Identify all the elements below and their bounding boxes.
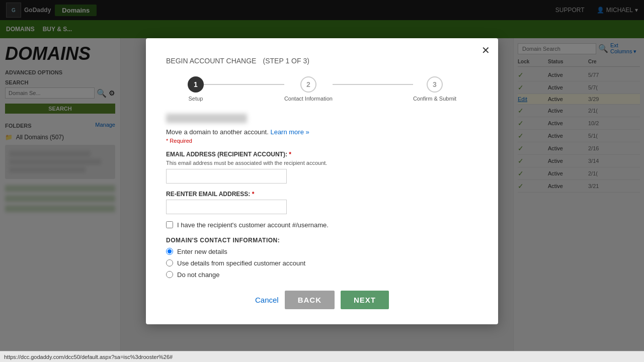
steps-row: 1 Setup 2 Contact Information 3 Confirm … (166, 76, 478, 102)
learn-more-link[interactable]: Learn more » (270, 128, 309, 136)
close-button[interactable]: ✕ (481, 45, 490, 55)
reemail-label-text: RE-ENTER EMAIL ADDRESS: (166, 191, 250, 198)
radio-enter-new-input[interactable] (166, 248, 173, 255)
step-2-circle: 2 (300, 76, 316, 93)
step-line-1 (204, 84, 284, 85)
radio-enter-new-label[interactable]: Enter new details (177, 248, 227, 255)
domain-blurred: xxxxxxxxxxxxxxxxxx.com (166, 114, 247, 123)
step-1: 1 Setup (188, 76, 204, 102)
move-domain-text: Move a domain to another account. Learn … (166, 128, 478, 136)
account-number-checkbox-row: I have the recipient's customer account … (166, 221, 478, 229)
radio-do-not-change-label[interactable]: Do not change (177, 271, 220, 279)
step-3-circle: 3 (427, 76, 443, 93)
status-bar: https://dcc.godaddy.com/dcc50/default.as… (0, 351, 644, 362)
email-label: EMAIL ADDRESS (RECIPIENT ACCOUNT): * (166, 151, 478, 158)
radio-do-not-change: Do not change (166, 271, 478, 279)
step-line-2 (333, 84, 413, 85)
modal-footer: Cancel BACK NEXT (166, 291, 478, 309)
step-2-label: Contact Information (284, 96, 333, 102)
step-2: 2 Contact Information (284, 76, 333, 102)
contact-info-label: DOMAIN'S CONTACT INFORMATION: (166, 237, 478, 244)
modal: ✕ BEGIN ACCOUNT CHANGE (STEP 1 OF 3) 1 S… (146, 38, 498, 324)
email-required-star: * (289, 151, 291, 158)
step-1-circle: 1 (188, 76, 204, 93)
radio-use-specified-label[interactable]: Use details from specified customer acco… (177, 259, 305, 267)
email-label-text: EMAIL ADDRESS (RECIPIENT ACCOUNT): (166, 151, 287, 158)
radio-use-specified: Use details from specified customer acco… (166, 259, 478, 267)
account-number-checkbox-label[interactable]: I have the recipient's customer account … (177, 221, 329, 229)
reemail-required-star: * (252, 191, 255, 198)
status-url: https://dcc.godaddy.com/dcc50/default.as… (4, 354, 173, 360)
step-3: 3 Confirm & Submit (413, 76, 456, 102)
step-1-label: Setup (189, 96, 203, 102)
next-button[interactable]: NEXT (341, 291, 389, 309)
back-button[interactable]: BACK (285, 291, 335, 309)
cancel-link[interactable]: Cancel (255, 296, 279, 304)
modal-overlay: ✕ BEGIN ACCOUNT CHANGE (STEP 1 OF 3) 1 S… (0, 0, 644, 362)
account-number-checkbox[interactable] (166, 221, 173, 228)
required-note: * Required (166, 138, 478, 144)
modal-title: BEGIN ACCOUNT CHANGE (STEP 1 OF 3) (166, 53, 478, 66)
move-text-content: Move a domain to another account. (166, 128, 269, 136)
email-input[interactable] (166, 169, 287, 184)
radio-use-specified-input[interactable] (166, 259, 173, 266)
reemail-input[interactable] (166, 200, 287, 214)
reemail-label: RE-ENTER EMAIL ADDRESS: * (166, 191, 478, 198)
email-sublabel: This email address must be associated wi… (166, 160, 478, 166)
radio-do-not-change-input[interactable] (166, 271, 173, 278)
modal-step-info: (STEP 1 OF 3) (263, 57, 309, 65)
step-3-label: Confirm & Submit (413, 96, 456, 102)
radio-enter-new: Enter new details (166, 248, 478, 255)
modal-title-text: BEGIN ACCOUNT CHANGE (166, 57, 256, 65)
